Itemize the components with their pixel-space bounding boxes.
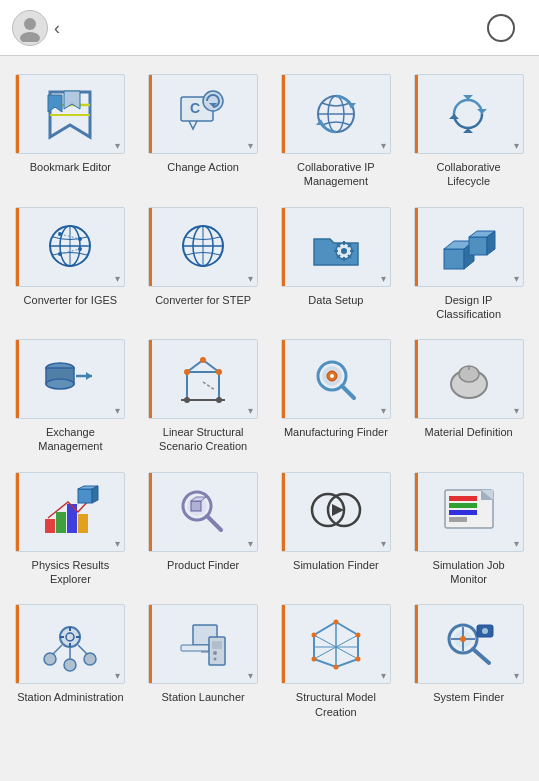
svg-point-115 (214, 657, 217, 660)
svg-marker-15 (316, 120, 324, 125)
svg-point-65 (216, 397, 222, 403)
svg-rect-111 (181, 645, 209, 651)
tile-converter-for-step[interactable]: Converter for STEP (137, 197, 270, 330)
tile-structural-model-creation[interactable]: Structural Model Creation (270, 594, 403, 727)
tile-linear-structural-scenario-creation[interactable]: Linear Structural Scenario Creation (137, 329, 270, 462)
tile-design-ip-classification[interactable]: Design IP Classification (402, 197, 535, 330)
change-action-icon-wrap: C (148, 74, 258, 154)
svg-point-124 (333, 664, 338, 669)
tile-manufacturing-finder[interactable]: Manufacturing Finder (270, 329, 403, 462)
svg-point-29 (78, 247, 82, 251)
design-ip-classification-label: Design IP Classification (414, 293, 524, 322)
svg-point-0 (24, 18, 36, 30)
svg-point-35 (341, 248, 347, 254)
bookmark-editor-icon-wrap (15, 74, 125, 154)
station-administration-icon-wrap (15, 604, 125, 684)
collaborative-ip-management-label: Collaborative IP Management (281, 160, 391, 189)
simulation-job-monitor-label: Simulation Job Monitor (414, 558, 524, 587)
svg-point-27 (78, 237, 82, 241)
svg-rect-94 (449, 517, 467, 522)
svg-point-123 (355, 656, 360, 661)
svg-point-100 (84, 653, 96, 665)
app-grid: Bookmark Editor C Change Action Collabor… (0, 56, 539, 735)
exchange-management-icon-wrap (15, 339, 125, 419)
converter-for-step-icon-wrap (148, 207, 258, 287)
tile-system-finder[interactable]: System Finder (402, 594, 535, 727)
exchange-management-label: Exchange Management (15, 425, 125, 454)
tile-station-administration[interactable]: Station Administration (4, 594, 137, 727)
header: ‹ (0, 0, 539, 56)
svg-marker-54 (86, 372, 92, 380)
tile-collaborative-ip-management[interactable]: Collaborative IP Management (270, 64, 403, 197)
tile-material-definition[interactable]: Material Definition (402, 329, 535, 462)
structural-model-creation-label: Structural Model Creation (281, 690, 391, 719)
svg-marker-19 (449, 114, 459, 119)
svg-rect-113 (212, 641, 222, 649)
svg-point-63 (200, 357, 206, 363)
converter-for-iges-label: Converter for IGES (24, 293, 118, 307)
svg-point-114 (213, 651, 217, 655)
svg-marker-17 (477, 109, 487, 114)
collaborative-lifecycle-icon-wrap (414, 74, 524, 154)
svg-point-71 (330, 374, 334, 378)
physics-results-explorer-label: Physics Results Explorer (15, 558, 125, 587)
tile-simulation-job-monitor[interactable]: Simulation Job Monitor (402, 462, 535, 595)
info-button[interactable] (487, 14, 515, 42)
svg-rect-78 (78, 514, 88, 533)
linear-structural-scenario-creation-label: Linear Structural Scenario Creation (148, 425, 258, 454)
svg-point-125 (311, 656, 316, 661)
svg-point-1 (20, 32, 40, 42)
converter-for-step-label: Converter for STEP (155, 293, 251, 307)
svg-line-131 (473, 649, 489, 663)
svg-marker-5 (48, 95, 62, 112)
collaborative-ip-management-icon-wrap (281, 74, 391, 154)
collaborative-lifecycle-label: Collaborative Lifecycle (414, 160, 524, 189)
svg-point-98 (44, 653, 56, 665)
svg-point-121 (333, 619, 338, 624)
data-setup-icon-wrap (281, 207, 391, 287)
tile-station-launcher[interactable]: Station Launcher (137, 594, 270, 727)
design-ip-classification-icon-wrap (414, 207, 524, 287)
svg-rect-76 (56, 512, 66, 533)
svg-marker-14 (348, 103, 356, 108)
svg-point-126 (311, 632, 316, 637)
bookmark-editor-label: Bookmark Editor (30, 160, 111, 174)
tile-product-finder[interactable]: Product Finder (137, 462, 270, 595)
tile-change-action[interactable]: C Change Action (137, 64, 270, 197)
svg-point-99 (64, 659, 76, 671)
svg-rect-79 (78, 489, 92, 503)
tile-converter-for-iges[interactable]: Converter for IGES (4, 197, 137, 330)
material-definition-icon-wrap (414, 339, 524, 419)
svg-line-66 (203, 382, 215, 390)
tile-data-setup[interactable]: Data Setup (270, 197, 403, 330)
avatar (12, 10, 48, 46)
svg-point-64 (184, 397, 190, 403)
tile-physics-results-explorer[interactable]: Physics Results Explorer (4, 462, 137, 595)
structural-model-creation-icon-wrap (281, 604, 391, 684)
system-finder-label: System Finder (433, 690, 504, 704)
material-definition-label: Material Definition (425, 425, 513, 439)
back-button[interactable]: ‹ (54, 19, 60, 37)
tile-simulation-finder[interactable]: Simulation Finder (270, 462, 403, 595)
svg-text:C: C (190, 100, 200, 116)
station-launcher-icon-wrap (148, 604, 258, 684)
svg-line-101 (53, 645, 62, 654)
svg-line-103 (78, 645, 87, 654)
simulation-finder-icon-wrap (281, 472, 391, 552)
station-administration-label: Station Administration (17, 690, 123, 704)
tile-bookmark-editor[interactable]: Bookmark Editor (4, 64, 137, 197)
svg-marker-81 (92, 486, 98, 503)
svg-rect-77 (67, 504, 77, 533)
tile-exchange-management[interactable]: Exchange Management (4, 329, 137, 462)
tile-collaborative-lifecycle[interactable]: Collaborative Lifecycle (402, 64, 535, 197)
svg-point-28 (58, 252, 62, 256)
svg-rect-92 (449, 503, 477, 508)
svg-rect-93 (449, 510, 477, 515)
manufacturing-finder-label: Manufacturing Finder (284, 425, 388, 439)
station-launcher-label: Station Launcher (162, 690, 245, 704)
svg-point-61 (184, 369, 190, 375)
svg-line-84 (207, 516, 221, 530)
svg-rect-44 (444, 249, 464, 269)
simulation-finder-label: Simulation Finder (293, 558, 379, 572)
svg-rect-85 (191, 501, 201, 511)
